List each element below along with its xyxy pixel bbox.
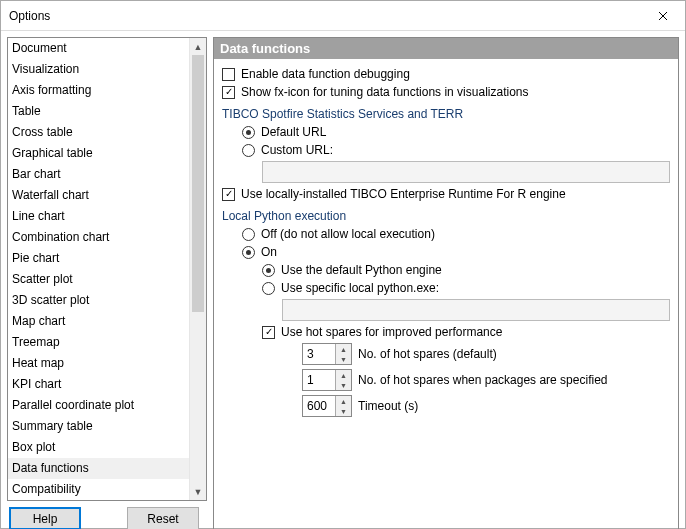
default-url-label: Default URL [261, 125, 326, 139]
spin-up-icon[interactable]: ▲ [336, 344, 351, 354]
python-specific-engine-row: Use specific local python.exe: [262, 281, 670, 295]
show-fx-checkbox[interactable]: ✓ [222, 86, 235, 99]
spin-up-icon[interactable]: ▲ [336, 370, 351, 380]
spin-up-icon[interactable]: ▲ [336, 396, 351, 406]
category-item[interactable]: Visualization [8, 59, 189, 80]
python-specific-engine-label: Use specific local python.exe: [281, 281, 439, 295]
reset-button[interactable]: Reset [127, 507, 199, 529]
python-exe-input[interactable] [282, 299, 670, 321]
timeout-row: ▲ ▼ Timeout (s) [302, 395, 670, 417]
python-exe-field-row [282, 299, 670, 321]
spares-pkg-input[interactable] [303, 370, 335, 390]
spares-default-row: ▲ ▼ No. of hot spares (default) [302, 343, 670, 365]
category-item[interactable]: Compatibility [8, 479, 189, 500]
category-item[interactable]: Bar chart [8, 164, 189, 185]
spin-down-icon[interactable]: ▼ [336, 406, 351, 416]
scroll-thumb[interactable] [192, 55, 204, 312]
scrollbar[interactable]: ▲ ▼ [189, 38, 206, 500]
enable-debug-row: Enable data function debugging [222, 67, 670, 81]
spares-pkg-spinner[interactable]: ▲ ▼ [302, 369, 352, 391]
side-buttons: Help Reset [7, 501, 207, 529]
use-local-terr-row: ✓ Use locally-installed TIBCO Enterprise… [222, 187, 670, 201]
custom-url-label: Custom URL: [261, 143, 333, 157]
category-item[interactable]: Axis formatting [8, 80, 189, 101]
python-off-radio[interactable] [242, 228, 255, 241]
category-item[interactable]: Treemap [8, 332, 189, 353]
timeout-spinner[interactable]: ▲ ▼ [302, 395, 352, 417]
use-local-terr-checkbox[interactable]: ✓ [222, 188, 235, 201]
custom-url-row: Custom URL: [242, 143, 670, 157]
python-specific-engine-radio[interactable] [262, 282, 275, 295]
default-url-radio[interactable] [242, 126, 255, 139]
spin-down-icon[interactable]: ▼ [336, 380, 351, 390]
spares-pkg-row: ▲ ▼ No. of hot spares when packages are … [302, 369, 670, 391]
category-item[interactable]: Map chart [8, 311, 189, 332]
help-button[interactable]: Help [9, 507, 81, 529]
enable-debug-checkbox[interactable] [222, 68, 235, 81]
spinner-buttons: ▲ ▼ [335, 344, 351, 364]
options-dialog: Options DocumentVisualizationAxis format… [0, 0, 686, 529]
show-fx-row: ✓ Show fx-icon for tuning data functions… [222, 85, 670, 99]
scroll-down-icon[interactable]: ▼ [190, 483, 206, 500]
window-title: Options [9, 9, 50, 23]
options-panel: Enable data function debugging ✓ Show fx… [214, 59, 678, 529]
section-header: Data functions [214, 38, 678, 59]
custom-url-field-row [262, 161, 670, 183]
category-item[interactable]: Table [8, 101, 189, 122]
python-default-engine-row: Use the default Python engine [262, 263, 670, 277]
scroll-up-icon[interactable]: ▲ [190, 38, 206, 55]
category-item[interactable]: Scatter plot [8, 269, 189, 290]
timeout-input[interactable] [303, 396, 335, 416]
left-column: DocumentVisualizationAxis formattingTabl… [7, 37, 207, 529]
custom-url-radio[interactable] [242, 144, 255, 157]
spares-pkg-label: No. of hot spares when packages are spec… [358, 373, 607, 387]
python-on-row: On [242, 245, 670, 259]
category-item[interactable]: Heat map [8, 353, 189, 374]
show-fx-label: Show fx-icon for tuning data functions i… [241, 85, 529, 99]
spares-default-input[interactable] [303, 344, 335, 364]
category-item[interactable]: Document [8, 38, 189, 59]
category-item[interactable]: Data functions [8, 458, 189, 479]
category-item[interactable]: 3D scatter plot [8, 290, 189, 311]
category-item[interactable]: Graphical table [8, 143, 189, 164]
category-item[interactable]: Line chart [8, 206, 189, 227]
terr-group-title: TIBCO Spotfire Statistics Services and T… [222, 107, 670, 121]
close-button[interactable] [640, 1, 685, 30]
python-default-engine-radio[interactable] [262, 264, 275, 277]
default-url-row: Default URL [242, 125, 670, 139]
category-item[interactable]: Combination chart [8, 227, 189, 248]
category-item[interactable]: Cross table [8, 122, 189, 143]
python-off-row: Off (do not allow local execution) [242, 227, 670, 241]
timeout-label: Timeout (s) [358, 399, 418, 413]
hot-spares-label: Use hot spares for improved performance [281, 325, 502, 339]
hot-spares-row: ✓ Use hot spares for improved performanc… [262, 325, 670, 339]
python-on-label: On [261, 245, 277, 259]
right-column: Data functions Enable data function debu… [213, 37, 679, 529]
category-item[interactable]: Parallel coordinate plot [8, 395, 189, 416]
use-local-terr-label: Use locally-installed TIBCO Enterprise R… [241, 187, 566, 201]
category-list: DocumentVisualizationAxis formattingTabl… [8, 38, 189, 500]
spares-default-spinner[interactable]: ▲ ▼ [302, 343, 352, 365]
spinner-buttons: ▲ ▼ [335, 396, 351, 416]
python-on-radio[interactable] [242, 246, 255, 259]
python-default-engine-label: Use the default Python engine [281, 263, 442, 277]
close-icon [658, 11, 668, 21]
category-listbox[interactable]: DocumentVisualizationAxis formattingTabl… [7, 37, 207, 501]
python-off-label: Off (do not allow local execution) [261, 227, 435, 241]
spares-default-label: No. of hot spares (default) [358, 347, 497, 361]
spin-down-icon[interactable]: ▼ [336, 354, 351, 364]
category-item[interactable]: Summary table [8, 416, 189, 437]
spinner-buttons: ▲ ▼ [335, 370, 351, 390]
scroll-track[interactable] [190, 55, 206, 483]
custom-url-input[interactable] [262, 161, 670, 183]
category-item[interactable]: Box plot [8, 437, 189, 458]
dialog-body: DocumentVisualizationAxis formattingTabl… [1, 31, 685, 529]
category-item[interactable]: Waterfall chart [8, 185, 189, 206]
hot-spares-checkbox[interactable]: ✓ [262, 326, 275, 339]
titlebar: Options [1, 1, 685, 31]
category-item[interactable]: KPI chart [8, 374, 189, 395]
enable-debug-label: Enable data function debugging [241, 67, 410, 81]
python-group-title: Local Python execution [222, 209, 670, 223]
category-item[interactable]: Pie chart [8, 248, 189, 269]
main-area: DocumentVisualizationAxis formattingTabl… [1, 31, 685, 529]
